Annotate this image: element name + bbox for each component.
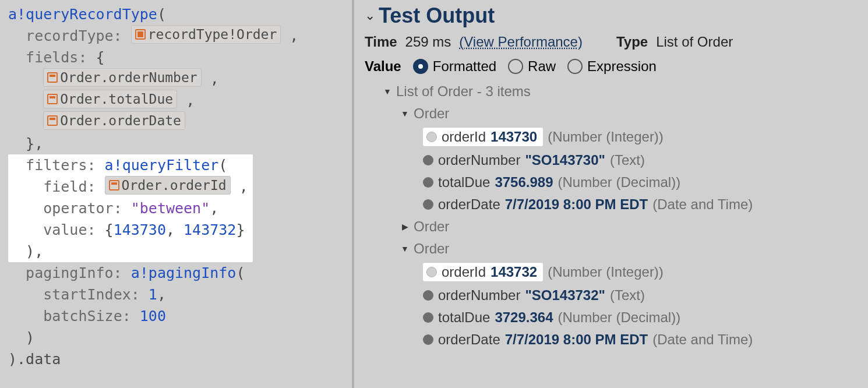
field-value: 143732 bbox=[491, 264, 537, 280]
field-value: 3729.364 bbox=[495, 309, 553, 326]
filter-operator-key: operator: bbox=[43, 200, 122, 217]
caret-icon[interactable]: ▶ bbox=[401, 222, 409, 231]
field-chip[interactable]: Order.totalDue bbox=[43, 90, 177, 108]
radio-formatted[interactable]: Formatted bbox=[413, 58, 496, 75]
paging-key: pagingInfo: bbox=[26, 264, 122, 281]
field-name: orderDate bbox=[438, 331, 500, 348]
bullet-icon bbox=[423, 177, 433, 188]
field-type: (Number (Decimal)) bbox=[558, 174, 681, 191]
field-icon bbox=[47, 115, 58, 126]
field-icon bbox=[47, 72, 58, 83]
caret-icon[interactable]: ▼ bbox=[401, 244, 409, 253]
output-panel: ⌄ Test Output Time 259 ms (View Performa… bbox=[354, 0, 868, 388]
filter-value-key: value: bbox=[43, 221, 96, 238]
expression-code[interactable]: a!queryRecordType( recordType: recordTyp… bbox=[8, 3, 344, 370]
tree-field-row[interactable]: orderDate 7/7/2019 8:00 PM EDT (Date and… bbox=[371, 329, 858, 351]
field-value: "SO143732" bbox=[525, 287, 605, 304]
suffix: ).data bbox=[8, 351, 61, 368]
highlighted-field: orderId 143730 bbox=[423, 128, 543, 146]
view-performance-link[interactable]: (View Performance) bbox=[459, 34, 583, 50]
field-name: orderId bbox=[442, 129, 486, 145]
field-icon bbox=[47, 94, 58, 104]
field-name: orderNumber bbox=[438, 152, 520, 168]
output-title: Test Output bbox=[379, 3, 495, 28]
tree-order-row[interactable]: ▼Order bbox=[371, 238, 858, 260]
field-name: orderId bbox=[442, 264, 486, 280]
code-editor[interactable]: a!queryRecordType( recordType: recordTyp… bbox=[0, 0, 352, 388]
filter-value-2: 143732 bbox=[184, 221, 236, 238]
tree-list-row[interactable]: ▼ List of Order - 3 items bbox=[371, 80, 858, 103]
radio-expression[interactable]: Expression bbox=[567, 58, 657, 75]
field-name: totalDue bbox=[438, 309, 490, 326]
filter-highlight: filters: a!queryFilter( field: Order.ord… bbox=[8, 154, 253, 262]
field-type: (Text) bbox=[610, 152, 645, 168]
bullet-icon bbox=[423, 334, 433, 345]
output-tree: ▼ List of Order - 3 items ▼Order orderId… bbox=[371, 80, 858, 351]
bullet-icon bbox=[426, 132, 437, 142]
bullet-icon bbox=[423, 199, 433, 210]
recordtype-icon bbox=[135, 29, 146, 40]
filter-value-1: 143730 bbox=[114, 221, 166, 238]
radio-dot-icon bbox=[567, 59, 583, 74]
caret-icon[interactable]: ▼ bbox=[401, 109, 409, 118]
tree-field-row[interactable]: orderDate 7/7/2019 8:00 PM EDT (Date and… bbox=[371, 193, 858, 216]
bullet-icon bbox=[423, 155, 433, 165]
field-type: (Number (Integer)) bbox=[548, 264, 664, 280]
time-label: Time bbox=[365, 34, 397, 50]
batchsize-key: batchSize: bbox=[43, 308, 131, 324]
value-format-row: Value Formatted Raw Expression bbox=[365, 58, 858, 75]
tree-field-row[interactable]: totalDue 3756.989 (Number (Decimal)) bbox=[371, 171, 858, 193]
field-value: 7/7/2019 8:00 PM EDT bbox=[505, 331, 648, 348]
field-chip[interactable]: Order.orderNumber bbox=[43, 68, 201, 87]
filter-operator: "between" bbox=[131, 200, 210, 217]
time-value: 259 ms bbox=[405, 34, 451, 50]
field-value: 3756.989 bbox=[495, 174, 553, 191]
chevron-down-icon[interactable]: ⌄ bbox=[365, 8, 375, 23]
tree-field-row[interactable]: orderNumber "SO143732" (Text) bbox=[371, 284, 858, 306]
radio-dot-icon bbox=[508, 59, 523, 74]
field-value: 143730 bbox=[491, 129, 537, 145]
field-name: totalDue bbox=[438, 174, 490, 191]
radio-raw[interactable]: Raw bbox=[508, 58, 556, 75]
type-label: Type bbox=[616, 34, 648, 50]
filters-key: filters: bbox=[26, 157, 96, 174]
field-type: (Number (Decimal)) bbox=[558, 309, 681, 326]
field-type: (Date and Time) bbox=[652, 196, 753, 213]
startindex-val: 1 bbox=[149, 286, 157, 303]
field-value: "SO143730" bbox=[525, 152, 605, 168]
tree-field-row[interactable]: orderNumber "SO143730" (Text) bbox=[371, 149, 858, 171]
bullet-icon bbox=[423, 290, 433, 301]
fields-key: fields: bbox=[26, 49, 87, 66]
recordtype-chip[interactable]: recordType!Order bbox=[131, 25, 281, 44]
output-meta: Time 259 ms (View Performance) Type List… bbox=[365, 34, 858, 50]
output-heading[interactable]: ⌄ Test Output bbox=[365, 3, 858, 28]
value-label: Value bbox=[365, 58, 401, 75]
filter-field-chip[interactable]: Order.orderId bbox=[105, 176, 231, 195]
tree-order-row[interactable]: ▶Order bbox=[371, 216, 858, 238]
tree-order-row[interactable]: ▼Order bbox=[371, 103, 858, 125]
filter-field-key: field: bbox=[43, 178, 96, 195]
tree-field-row[interactable]: orderId 143732 (Number (Integer)) bbox=[371, 260, 858, 284]
field-type: (Number (Integer)) bbox=[548, 129, 664, 145]
startindex-key: startIndex: bbox=[43, 286, 140, 303]
field-value: 7/7/2019 8:00 PM EDT bbox=[505, 196, 648, 213]
field-name: orderDate bbox=[438, 196, 500, 213]
bullet-icon bbox=[423, 312, 433, 323]
highlighted-field: orderId 143732 bbox=[423, 263, 543, 281]
field-type: (Text) bbox=[610, 287, 645, 304]
filter-fn: a!queryFilter bbox=[105, 157, 219, 174]
paging-fn: a!pagingInfo bbox=[131, 264, 237, 281]
type-value: List of Order bbox=[656, 34, 733, 50]
radio-dot-icon bbox=[413, 59, 428, 74]
field-name: orderNumber bbox=[438, 287, 520, 304]
caret-down-icon[interactable]: ▼ bbox=[383, 87, 391, 96]
field-type: (Date and Time) bbox=[652, 331, 753, 348]
batchsize-val: 100 bbox=[140, 308, 166, 324]
field-chip[interactable]: Order.orderDate bbox=[43, 111, 185, 130]
field-icon bbox=[109, 180, 119, 191]
recordtype-key: recordType: bbox=[26, 27, 122, 44]
tree-field-row[interactable]: totalDue 3729.364 (Number (Decimal)) bbox=[371, 306, 858, 329]
tree-field-row[interactable]: orderId 143730 (Number (Integer)) bbox=[371, 125, 858, 149]
bullet-icon bbox=[426, 267, 437, 277]
fn-name: a!queryRecordType bbox=[8, 6, 157, 23]
